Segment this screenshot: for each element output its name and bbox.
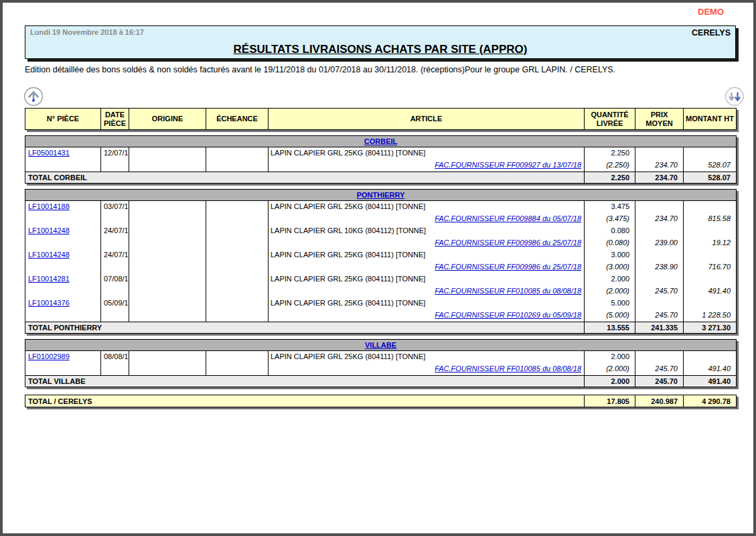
qty-value: 2.000 <box>585 273 635 285</box>
invoice-price-value: 234.70 <box>635 213 683 225</box>
section-total-label: TOTAL VILLABE <box>25 376 585 387</box>
invoice-qty-value: (0.080) <box>585 237 635 249</box>
invoice-link[interactable]: FAC.FOURNISSEUR FF009884 du 05/07/18 <box>435 214 581 222</box>
qty-value: 3.475 <box>585 201 635 213</box>
col-header-piece: N° PIÈCE <box>25 109 101 130</box>
scroll-top-button[interactable] <box>23 86 44 107</box>
section-total-amount: 491.40 <box>684 376 737 387</box>
invoice-qty-value: (3.475) <box>585 213 635 225</box>
page-title: RÉSULTATS LIVRAISONS ACHATS PAR SITE (AP… <box>25 43 735 56</box>
invoice-price-value: 245.70 <box>635 285 683 297</box>
col-header-quantite: QUANTITÉ LIVRÉE <box>585 109 635 130</box>
section-total-row: TOTAL PONTHIERRY 13.555 241.335 3 271.30 <box>25 322 737 334</box>
section-total-qty: 2.000 <box>585 376 635 387</box>
article-label: LAPIN CLAPIER GRL 25KG (804111) [TONNE] <box>269 351 584 363</box>
invoice-price-value: 238.90 <box>635 261 683 273</box>
grand-total-table: TOTAL / CERELYS 17.805 240.987 4 290.78 <box>25 395 737 407</box>
qty-value: 3.000 <box>585 249 635 261</box>
invoice-qty-value: (2.250) <box>585 159 635 172</box>
qty-value: 0.080 <box>585 225 635 237</box>
col-header-montant: MONTANT HT <box>684 109 737 130</box>
report-subtitle: Edition détaillée des bons soldés & non … <box>25 65 736 74</box>
invoice-qty-value: (2.000) <box>585 285 635 297</box>
invoice-link[interactable]: FAC.FOURNISSEUR FF010269 du 05/09/18 <box>435 311 581 319</box>
site-link-corbeil[interactable]: CORBEIL <box>364 137 398 145</box>
col-header-article: ARTICLE <box>269 109 585 130</box>
invoice-link[interactable]: FAC.FOURNISSEUR FF010085 du 08/08/18 <box>435 364 581 373</box>
col-header-prix: PRIX MOYEN <box>635 109 684 130</box>
section-total-qty: 13.555 <box>585 322 635 334</box>
origine-cell <box>129 201 206 322</box>
piece-link[interactable]: LF10014188 <box>28 202 70 210</box>
section-band: PONTHIERRY <box>25 190 737 201</box>
grand-total-amount: 4 290.78 <box>684 395 737 407</box>
section-band: CORBEIL <box>25 136 737 147</box>
piece-date: 07/08/18 <box>101 273 129 285</box>
section-total-label: TOTAL PONTHIERRY <box>25 322 585 334</box>
scroll-bottom-button[interactable] <box>725 86 745 107</box>
grand-total-row: TOTAL / CERELYS 17.805 240.987 4 290.78 <box>25 395 737 407</box>
piece-link[interactable]: LF10014376 <box>28 299 70 307</box>
invoice-amount-value: 716.70 <box>684 261 736 273</box>
section-corbeil: CORBEIL LF05001431 12/07/18 LAPIN CLAPIE… <box>25 135 737 184</box>
table-header: N° PIÈCE DATE PIÈCE ORIGINE ÉCHEANCE ART… <box>25 108 737 130</box>
echeance-cell <box>206 147 269 172</box>
section-total-amount: 3 271.30 <box>684 322 737 334</box>
piece-date: 03/07/18 <box>101 201 129 213</box>
section-total-price: 234.70 <box>635 172 684 184</box>
section-total-row: TOTAL VILLABE 2.000 245.70 491.40 <box>25 376 737 387</box>
piece-date: 12/07/18 <box>101 147 129 159</box>
site-link-villabe[interactable]: VILLABE <box>365 341 396 349</box>
piece-date: 24/07/18 <box>101 249 129 261</box>
invoice-amount-value: 528.07 <box>684 159 736 172</box>
section-total-price: 241.335 <box>635 322 684 334</box>
section-total-qty: 2.250 <box>585 172 635 184</box>
article-label: LAPIN CLAPIER GRL 25KG (804111) [TONNE] <box>269 147 584 159</box>
article-label: LAPIN CLAPIER GRL 25KG (804111) [TONNE] <box>269 297 584 310</box>
piece-link[interactable]: LF10014281 <box>28 275 70 283</box>
invoice-qty-value: (5.000) <box>585 310 635 322</box>
site-link-ponthierry[interactable]: PONTHIERRY <box>357 191 405 199</box>
grand-total-qty: 17.805 <box>585 395 635 407</box>
invoice-price-value: 245.70 <box>635 310 683 322</box>
report-page: { "page": { "demo_label": "DEMO", "compa… <box>0 0 756 536</box>
piece-link[interactable]: LF01002989 <box>28 352 70 360</box>
company-name: CERELYS <box>692 28 731 38</box>
invoice-price-value: 239.00 <box>635 237 683 249</box>
qty-value: 2.000 <box>585 351 635 363</box>
echeance-cell <box>206 351 269 376</box>
table-row: LF01002989 08/08/18 LAPIN CLAPIER GRL 25… <box>25 351 737 376</box>
qty-value: 2.250 <box>585 147 635 159</box>
section-villabe: VILLABE LF01002989 08/08/18 LAPIN CLAPIE… <box>25 339 737 387</box>
piece-link[interactable]: LF10014248 <box>28 251 70 259</box>
invoice-link[interactable]: FAC.FOURNISSEUR FF010085 du 08/08/18 <box>435 287 581 295</box>
section-total-price: 245.70 <box>635 376 684 387</box>
invoice-link[interactable]: FAC.FOURNISSEUR FF009927 du 13/07/18 <box>435 161 581 169</box>
up-arrow-icon <box>23 98 44 109</box>
grand-total-label: TOTAL / CERELYS <box>25 395 585 407</box>
article-label: LAPIN CLAPIER GRL 25KG (804111) [TONNE] <box>269 249 584 261</box>
table-row: LF05001431 12/07/18 LAPIN CLAPIER GRL 25… <box>25 147 737 172</box>
section-total-row: TOTAL CORBEIL 2.250 234.70 528.07 <box>25 172 737 184</box>
invoice-link[interactable]: FAC.FOURNISSEUR FF009986 du 25/07/18 <box>435 263 581 271</box>
piece-date: 08/08/18 <box>101 351 129 363</box>
invoice-amount-value: 1 228.50 <box>684 310 736 322</box>
invoice-qty-value: (2.000) <box>585 363 635 375</box>
section-total-label: TOTAL CORBEIL <box>25 172 585 184</box>
table-row: LF10014188 LF10014248 LF10014248 LF10014… <box>25 201 737 322</box>
invoice-amount-value: 815.58 <box>684 213 736 225</box>
demo-watermark: DEMO <box>698 7 724 17</box>
invoice-amount-value: 491.40 <box>684 363 736 375</box>
piece-link[interactable]: LF10014248 <box>28 226 70 234</box>
origine-cell <box>129 147 206 172</box>
report-header-box: Lundi 19 Novembre 2018 à 16:17 CERELYS R… <box>25 25 736 59</box>
invoice-link[interactable]: FAC.FOURNISSEUR FF009986 du 25/07/18 <box>435 239 581 247</box>
article-label: LAPIN CLAPIER GRL 25KG (804111) [TONNE] <box>269 273 584 285</box>
piece-link[interactable]: LF05001431 <box>28 149 70 157</box>
col-header-date: DATE PIÈCE <box>101 109 129 130</box>
invoice-price-value: 234.70 <box>635 159 683 172</box>
double-down-arrow-icon <box>725 98 745 109</box>
nav-row <box>25 86 736 107</box>
piece-date: 05/09/18 <box>101 297 129 310</box>
report-datetime: Lundi 19 Novembre 2018 à 16:17 <box>30 28 144 36</box>
